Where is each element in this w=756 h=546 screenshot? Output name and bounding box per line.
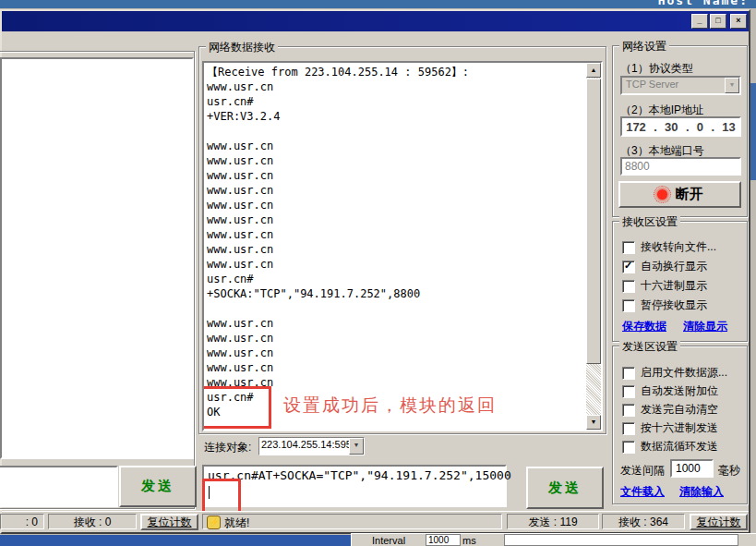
ip-octet[interactable]: 13: [722, 120, 735, 134]
connection-combo[interactable]: 223.104.255.14:595 ▼: [258, 437, 365, 455]
ip-dot: .: [711, 120, 714, 134]
checkbox-label: 启用文件数据源...: [641, 365, 727, 381]
log-line: www.usr.cn: [207, 198, 584, 212]
checkbox-label: 数据流循环发送: [641, 439, 718, 455]
ip-octet[interactable]: 30: [665, 120, 678, 134]
chevron-down-icon[interactable]: ▼: [349, 438, 364, 455]
network-settings-group: 网络设置 （1）协议类型 TCP Server ▼ （2）本地IP地址 172.…: [612, 45, 748, 217]
local-ip-field[interactable]: 172.30.0.13: [620, 116, 741, 137]
log-line: www.usr.cn: [207, 227, 584, 242]
send-interval-input[interactable]: 1000: [670, 459, 714, 478]
network-receive-log[interactable]: 【Receive from 223.104.255.14 : 59562】: w…: [202, 61, 603, 431]
ip-octet[interactable]: 172: [626, 120, 646, 134]
log-line: www.usr.cn: [207, 360, 584, 375]
ip-dot: .: [686, 120, 690, 134]
log-line: usr.cn#: [207, 94, 584, 109]
checkbox-auto-wrap[interactable]: 自动换行显示: [622, 260, 707, 273]
log-scrollbar[interactable]: ▲ ▼: [586, 63, 601, 430]
checkbox-auto-send-extra[interactable]: 自动发送附加位: [622, 384, 718, 398]
network-settings-title: 网络设置: [619, 39, 669, 55]
connection-label: 连接对象:: [204, 440, 251, 455]
checkbox-file-data-source[interactable]: 启用文件数据源...: [622, 366, 727, 380]
log-line: www.usr.cn: [207, 212, 584, 227]
log-line: [207, 124, 584, 139]
checkbox-icon[interactable]: [622, 367, 635, 380]
checkbox-receive-to-file[interactable]: 接收转向文件...: [622, 240, 716, 254]
log-line: [207, 301, 584, 316]
checkbox-icon[interactable]: [622, 280, 635, 293]
clear-input-link[interactable]: 清除输入: [679, 484, 724, 500]
ip-octet[interactable]: 0: [697, 120, 703, 134]
save-data-link[interactable]: 保存数据: [622, 319, 666, 334]
reset-count-right-button[interactable]: 复位计数: [690, 514, 748, 530]
background-window-sliver: [750, 83, 756, 180]
title-bar[interactable]: _ □ ×: [2, 11, 749, 31]
screen: { "desktop": { "host_label": "Host Name:…: [0, 0, 756, 546]
connected-status-icon: [657, 189, 667, 200]
checkbox-icon[interactable]: [622, 299, 635, 312]
reset-count-left-button[interactable]: 复位计数: [140, 514, 198, 530]
status-recv-right: 接收 : 364: [602, 514, 685, 529]
log-line: 【Receive from 223.104.255.14 : 59562】:: [207, 65, 584, 79]
log-line: www.usr.cn: [207, 168, 584, 183]
protocol-type-value: TCP Server: [622, 78, 725, 93]
ready-icon: ⚡: [207, 516, 221, 529]
scrollbar-thumb[interactable]: [586, 79, 601, 364]
log-line: usr.cn#: [207, 272, 584, 286]
log-line: www.usr.cn: [207, 257, 584, 272]
log-line: www.usr.cn: [207, 242, 584, 257]
serial-send-input[interactable]: [0, 466, 118, 507]
clear-display-link[interactable]: 清除显示: [683, 319, 727, 334]
checkbox-clear-after-send[interactable]: 发送完自动清空: [622, 403, 718, 417]
log-line: www.usr.cn: [207, 183, 584, 198]
connection-value: 223.104.255.14:595: [259, 438, 349, 455]
chevron-down-icon: ▼: [725, 78, 739, 93]
serial-receive-box[interactable]: [0, 57, 194, 459]
close-icon[interactable]: ×: [730, 14, 747, 29]
checkbox-hex-display[interactable]: 十六进制显示: [622, 279, 707, 293]
send-interval-label: 发送间隔: [620, 463, 665, 479]
status-recv-left: 接收 : 0: [48, 514, 137, 529]
minimize-icon[interactable]: _: [691, 14, 708, 29]
maximize-icon[interactable]: □: [710, 14, 726, 29]
checkbox-label: 十六进制显示: [641, 278, 707, 294]
log-line: www.usr.cn: [207, 79, 584, 94]
disconnect-label: 断开: [676, 186, 703, 203]
log-line: +VER:V3.2.4: [207, 109, 584, 124]
checkbox-label: 自动发送附加位: [641, 383, 718, 399]
log-line: www.usr.cn: [207, 139, 584, 153]
app-window: _ □ × 发送 网络数据接收 【Receive from 223.104.25…: [0, 9, 750, 534]
network-send-label: 发送: [548, 479, 582, 497]
checkbox-checked-icon[interactable]: [622, 261, 635, 273]
checkbox-label: 暂停接收显示: [641, 297, 707, 313]
network-receive-title: 网络数据接收: [206, 40, 278, 55]
local-port-field[interactable]: 8800: [620, 157, 741, 176]
scroll-down-icon[interactable]: ▼: [586, 415, 601, 430]
checkbox-loop-send[interactable]: 数据流循环发送: [622, 440, 718, 454]
checkbox-send-as-hex[interactable]: 按十六进制发送: [622, 421, 718, 435]
annotation-box-log: [202, 386, 271, 429]
checkbox-label: 发送完自动清空: [641, 402, 718, 418]
checkbox-icon[interactable]: [622, 385, 635, 398]
checkbox-icon[interactable]: [622, 241, 635, 254]
load-file-link[interactable]: 文件载入: [620, 484, 665, 500]
log-line: www.usr.cn: [207, 331, 584, 346]
checkbox-icon[interactable]: [622, 404, 635, 417]
ip-dot: .: [654, 120, 657, 134]
checkbox-icon[interactable]: [622, 441, 635, 454]
host-name-label: Host Name:: [658, 0, 749, 7]
receive-settings-group: 接收区设置 接收转向文件... 自动换行显示 十六进制显示 暂停接收显示 保存数…: [612, 221, 748, 342]
protocol-type-combo: TCP Server ▼: [620, 76, 741, 95]
checkbox-pause-receive[interactable]: 暂停接收显示: [622, 298, 707, 312]
status-left-count: : 0: [0, 514, 44, 529]
disconnect-button[interactable]: 断开: [618, 181, 741, 208]
network-send-input[interactable]: usr.cn#AT+SOCKA="TCP","94.191.7.252",150…: [202, 465, 507, 507]
scroll-up-icon[interactable]: ▲: [586, 63, 601, 78]
checkbox-label: 按十六进制发送: [641, 420, 718, 436]
checkbox-icon[interactable]: [622, 422, 635, 435]
serial-send-button[interactable]: 发送: [119, 466, 197, 507]
interval-value-box: 1000: [426, 534, 461, 546]
log-lines: 【Receive from 223.104.255.14 : 59562】: w…: [207, 65, 584, 419]
annotation-box-input: [202, 479, 241, 516]
network-send-button[interactable]: 发送: [526, 467, 604, 509]
